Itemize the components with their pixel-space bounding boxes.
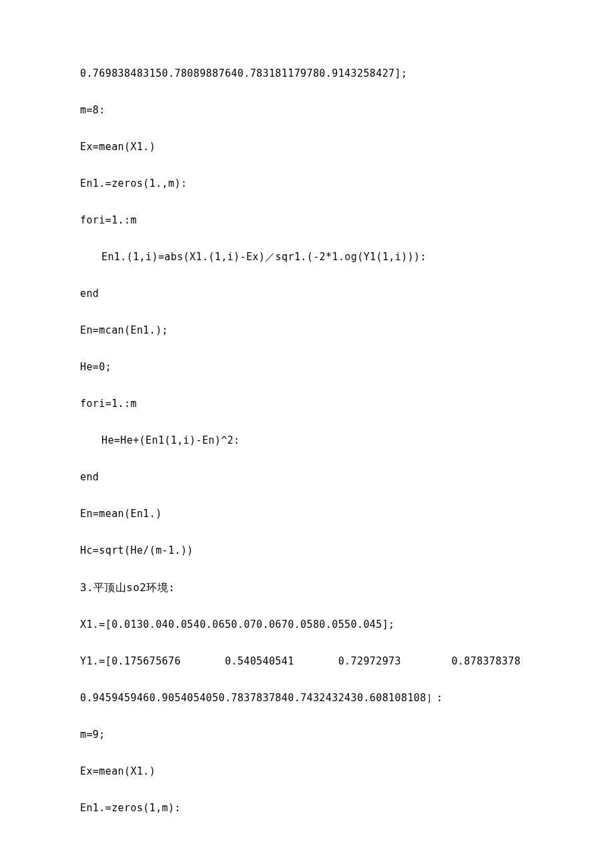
code-line: m=9; bbox=[80, 728, 534, 742]
code-line: En1.(1,i)=abs(X1.(1,i)-Ex)／sqr1.(-2*1.og… bbox=[80, 250, 534, 264]
code-line: Hc=sqrt(He/(m-1.)) bbox=[80, 544, 534, 558]
code-line: En1.=zeros(1,m): bbox=[80, 801, 534, 815]
section-heading: 3.平顶山so2环境: bbox=[80, 580, 534, 595]
document-page: 0.769838483150.78089887640.783181179780.… bbox=[0, 0, 614, 868]
code-line: 0.769838483150.78089887640.783181179780.… bbox=[80, 67, 534, 81]
code-line: m=8: bbox=[80, 103, 534, 117]
code-line: Ex=mean(X1.) bbox=[80, 140, 534, 154]
code-line: Ex=mean(X1.) bbox=[80, 765, 534, 779]
code-line: En1.=zeros(1.,m): bbox=[80, 177, 534, 191]
code-line: He=He+(En1(1,i)-En)^2: bbox=[80, 434, 534, 448]
code-line: En=mcan(En1.); bbox=[80, 324, 534, 338]
code-line: 0.9459459460.9054054050.7837837840.74324… bbox=[80, 691, 534, 705]
code-line: Y1.=[0.175675676 0.540540541 0.72972973 … bbox=[80, 655, 534, 669]
code-line: fori=1.:m bbox=[80, 213, 534, 228]
code-line: end bbox=[80, 287, 534, 301]
code-line: fori=1.:m bbox=[80, 397, 534, 411]
code-line: En=mean(En1.) bbox=[80, 507, 534, 521]
code-line: He=0; bbox=[80, 360, 534, 374]
code-line: end bbox=[80, 470, 534, 484]
code-line: X1.=[0.0130.040.0540.0650.070.0670.0580.… bbox=[80, 618, 534, 632]
